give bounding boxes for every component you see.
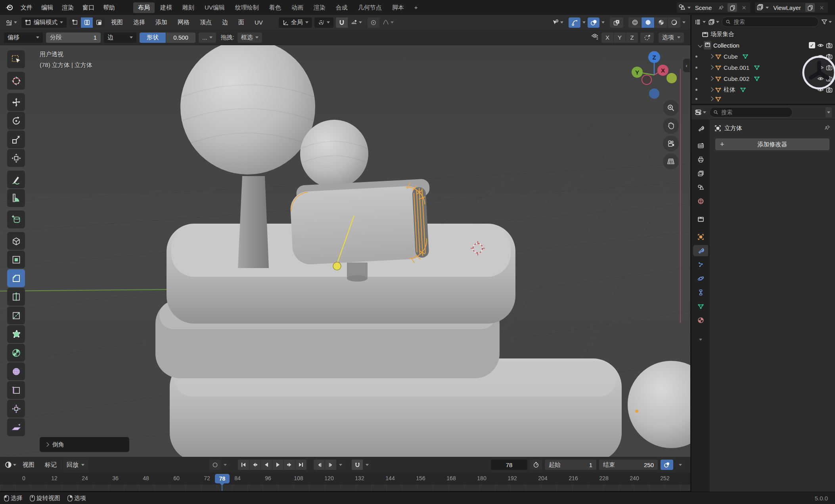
orthographic-toggle-button[interactable] xyxy=(663,153,679,169)
transform-orientation-selector[interactable]: 全局 xyxy=(279,17,312,28)
bevel-segments-slider[interactable]: 分段 1 xyxy=(46,33,101,43)
render-camera-icon[interactable] xyxy=(826,42,833,49)
expand-icon[interactable] xyxy=(709,96,713,101)
proportional-edit-toggle[interactable] xyxy=(368,17,379,28)
timeline-track-strip[interactable] xyxy=(0,485,690,491)
tool-knife[interactable] xyxy=(7,307,25,324)
peg-object[interactable] xyxy=(347,263,368,282)
correct-face-attributes-button[interactable] xyxy=(640,33,654,43)
timeline-snap-caret[interactable] xyxy=(363,460,371,470)
menu-window[interactable]: 窗口 xyxy=(79,3,98,13)
tab-animation[interactable]: 动画 xyxy=(287,2,308,13)
tool-move[interactable] xyxy=(7,93,25,111)
snap-settings-button[interactable] xyxy=(348,17,365,28)
jump-to-end-button[interactable] xyxy=(295,460,306,470)
tool-transform[interactable] xyxy=(7,149,25,167)
tab-texture-paint[interactable]: 纹理绘制 xyxy=(230,2,264,13)
proportional-falloff-button[interactable] xyxy=(379,17,397,28)
breadcrumb-object-name[interactable]: 立方体 xyxy=(724,125,742,132)
next-keyframe-button[interactable] xyxy=(284,460,295,470)
frame-back-button[interactable] xyxy=(314,460,325,470)
expand-icon[interactable] xyxy=(709,54,713,58)
menu-edit[interactable]: 编辑 xyxy=(37,3,57,13)
tab-uv-editing[interactable]: UV编辑 xyxy=(200,2,230,13)
tool-rotate[interactable] xyxy=(7,112,25,130)
more-options-dropdown[interactable]: ... xyxy=(199,33,216,43)
playhead[interactable]: 78 xyxy=(215,474,230,483)
tab-material[interactable] xyxy=(693,314,708,326)
navigation-gizmo[interactable]: Z X Y xyxy=(632,51,677,99)
wireframe-shading-button[interactable] xyxy=(628,17,642,28)
zoom-button[interactable] xyxy=(663,100,679,116)
hide-eye-icon[interactable] xyxy=(817,42,824,49)
menu-add[interactable]: 添加 xyxy=(151,17,171,27)
frame-end-field[interactable]: 结束250 xyxy=(599,460,658,470)
solid-shading-button[interactable] xyxy=(642,17,655,28)
tab-world[interactable] xyxy=(693,195,708,207)
frame-start-field[interactable]: 起始1 xyxy=(545,460,596,470)
tab-tool[interactable] xyxy=(693,123,708,134)
outliner-row-collection[interactable]: Collection ✓ xyxy=(691,40,835,51)
frame-step-caret[interactable] xyxy=(337,460,345,470)
mirror-y-button[interactable]: Y xyxy=(614,33,626,43)
tool-extrude-region[interactable] xyxy=(7,232,25,250)
menu-file[interactable]: 文件 xyxy=(17,3,36,13)
expand-icon[interactable] xyxy=(709,87,713,92)
pivot-point-selector[interactable] xyxy=(314,17,333,28)
shape-toggle-button[interactable]: 形状 xyxy=(140,33,166,43)
tab-rendering[interactable]: 渲染 xyxy=(309,2,330,13)
play-reverse-button[interactable] xyxy=(261,460,272,470)
gizmos-caret[interactable] xyxy=(582,21,586,23)
rail-overflow-caret[interactable] xyxy=(693,334,708,345)
tool-spin[interactable] xyxy=(7,344,25,362)
outliner-search-input[interactable] xyxy=(733,18,815,25)
new-scene-button[interactable] xyxy=(728,3,737,12)
face-select-mode-button[interactable] xyxy=(93,17,105,28)
tab-physics[interactable] xyxy=(693,273,708,284)
menu-render[interactable]: 渲染 xyxy=(58,3,78,13)
viewlayer-icon[interactable] xyxy=(756,4,764,12)
auto-keying-toggle[interactable] xyxy=(209,460,221,470)
rendered-shading-button[interactable] xyxy=(668,17,680,28)
tab-compositing[interactable]: 合成 xyxy=(331,2,352,13)
menu-mesh[interactable]: 网格 xyxy=(174,17,193,27)
outliner-search[interactable] xyxy=(722,17,819,27)
use-preview-range-toggle[interactable] xyxy=(530,460,542,470)
tool-smooth[interactable] xyxy=(7,362,25,380)
menu-view[interactable]: 视图 xyxy=(107,17,127,27)
tool-poly-build[interactable] xyxy=(7,325,25,343)
tab-sculpting[interactable]: 雕刻 xyxy=(178,2,199,13)
properties-search-input[interactable] xyxy=(720,109,789,116)
tool-select-box[interactable] xyxy=(7,50,25,68)
outliner-row-clipped[interactable] xyxy=(691,95,835,102)
tool-add-primitive[interactable] xyxy=(7,211,25,228)
tool-shear[interactable] xyxy=(7,418,25,436)
auto-keying-caret[interactable] xyxy=(221,460,229,470)
properties-options-caret[interactable] xyxy=(825,107,832,117)
tab-scripting[interactable]: 脚本 xyxy=(387,2,409,13)
tool-inset-faces[interactable] xyxy=(7,251,25,268)
tool-3d-cursor[interactable] xyxy=(7,72,25,90)
mirror-z-button[interactable]: Z xyxy=(626,33,638,43)
bevel-offset-type-selector[interactable]: 偏移 xyxy=(4,33,43,43)
xray-toggle-button[interactable] xyxy=(610,17,623,28)
shading-caret[interactable] xyxy=(682,21,686,23)
tool-shrink-fatten[interactable] xyxy=(7,400,25,418)
jump-to-start-button[interactable] xyxy=(238,460,249,470)
pin-id-icon[interactable] xyxy=(824,125,830,132)
playback-menu[interactable]: 回放 xyxy=(63,460,88,470)
menu-edge[interactable]: 边 xyxy=(218,17,232,27)
menu-vertex[interactable]: 顶点 xyxy=(196,17,216,27)
tool-edge-slide[interactable] xyxy=(7,381,25,399)
tab-modeling[interactable]: 建模 xyxy=(155,2,177,13)
timeline-menu-view[interactable]: 视图 xyxy=(19,460,38,470)
edge-select-mode-button[interactable] xyxy=(81,17,93,28)
drag-mode-selector[interactable]: 框选 xyxy=(237,33,262,43)
tab-collection[interactable] xyxy=(693,213,708,224)
prev-keyframe-button[interactable] xyxy=(249,460,261,470)
sidebar-collapse-arrow[interactable]: ‹ xyxy=(683,59,690,72)
play-button[interactable] xyxy=(272,460,284,470)
tab-object[interactable] xyxy=(693,231,708,242)
camera-view-button[interactable] xyxy=(663,136,679,151)
overlays-caret[interactable] xyxy=(601,21,605,23)
